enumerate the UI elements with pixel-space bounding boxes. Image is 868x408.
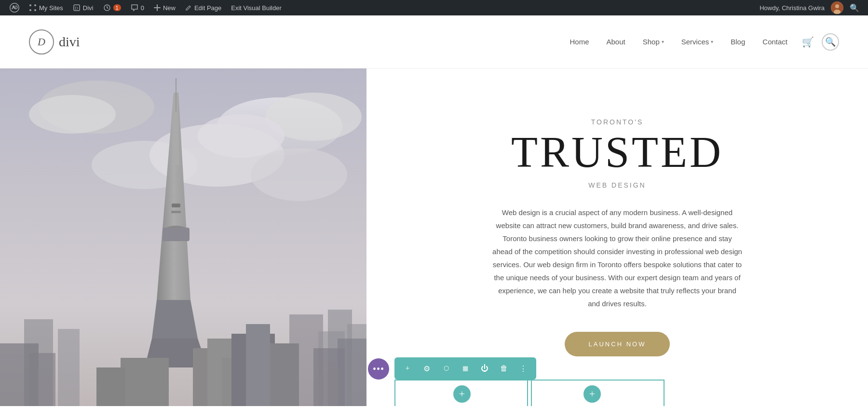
svg-text:D: D	[75, 6, 78, 11]
exit-visual-builder-link[interactable]: Exit Visual Builder	[226, 0, 286, 15]
edit-page-label: Edit Page	[194, 4, 221, 12]
exit-builder-label: Exit Visual Builder	[231, 4, 282, 12]
web-design-label: WEB DESIGN	[588, 181, 646, 189]
svg-rect-33	[163, 228, 190, 241]
launch-now-button[interactable]: LAUNCH NOW	[565, 332, 670, 356]
admin-bar: My Sites D Divi 1 0 New Edit Page Exit V…	[0, 0, 868, 15]
nav-services[interactable]: Services ▾	[675, 34, 720, 50]
my-sites-label: My Sites	[39, 4, 63, 12]
vb-settings-icon: ⚙	[423, 364, 430, 373]
edit-page-link[interactable]: Edit Page	[180, 0, 226, 15]
nav-home[interactable]: Home	[563, 34, 596, 50]
logo-letter: D	[38, 36, 45, 48]
visual-builder-dots-button[interactable]: •••	[368, 358, 389, 380]
comments-link[interactable]: 0	[126, 0, 149, 15]
hero-description: Web design is a crucial aspect of any mo…	[492, 206, 743, 310]
divi-link[interactable]: D Divi	[68, 0, 98, 15]
svg-rect-45	[171, 211, 181, 213]
dots-icon: •••	[373, 364, 384, 375]
main-nav: Home About Shop ▾ Services ▾ Blog Contac…	[563, 32, 839, 52]
vb-duplicate-icon: ⬡	[444, 365, 449, 372]
svg-rect-20	[58, 329, 80, 406]
svg-rect-43	[246, 324, 270, 406]
hero-text-container: TORONTO'S TRUSTED WEB DESIGN Web design …	[366, 68, 868, 406]
toronto-label: TORONTO'S	[591, 118, 644, 126]
vb-settings-button[interactable]: ⚙	[420, 361, 434, 376]
svg-rect-31	[176, 78, 176, 112]
vb-disable-button[interactable]: ⏻	[477, 361, 492, 376]
vb-add-button[interactable]: +	[400, 361, 415, 376]
site-logo[interactable]: D divi	[29, 29, 80, 54]
cart-icon[interactable]: 🛒	[798, 32, 818, 52]
divi-label: Divi	[83, 4, 94, 12]
my-sites-icon	[29, 4, 37, 12]
nav-blog[interactable]: Blog	[724, 34, 752, 50]
admin-search-icon[interactable]: 🔍	[846, 3, 863, 13]
divi-icon: D	[73, 4, 81, 12]
new-link[interactable]: New	[149, 0, 180, 15]
svg-rect-36	[121, 358, 169, 406]
nav-contact[interactable]: Contact	[756, 34, 794, 50]
svg-rect-42	[265, 343, 299, 406]
add-section-button-right[interactable]: +	[583, 385, 601, 403]
user-avatar[interactable]	[831, 1, 843, 14]
hero-title: TRUSTED	[511, 131, 723, 174]
vb-delete-icon: 🗑	[500, 364, 508, 373]
vb-columns-button[interactable]: ▦	[458, 361, 473, 376]
add-section-button-left[interactable]: +	[453, 385, 471, 403]
new-label: New	[163, 4, 176, 12]
nav-shop[interactable]: Shop ▾	[636, 34, 671, 50]
howdy-text: Howdy, Christina Gwira	[756, 0, 828, 15]
comments-icon	[131, 4, 138, 12]
logo-text: divi	[59, 34, 80, 50]
vb-delete-button[interactable]: 🗑	[497, 361, 511, 376]
hero-image	[0, 68, 366, 406]
services-chevron-icon: ▾	[711, 39, 713, 44]
svg-point-15	[29, 95, 116, 134]
nav-search-icon[interactable]: 🔍	[822, 33, 839, 51]
svg-point-0	[29, 4, 31, 6]
svg-marker-34	[152, 300, 198, 339]
vb-disable-icon: ⏻	[481, 364, 488, 373]
updates-icon	[103, 4, 111, 12]
svg-point-8	[835, 4, 839, 8]
svg-rect-39	[96, 367, 125, 406]
visual-builder-toolbar: + ⚙ ⬡ ▦ ⏻ 🗑 ⋮	[394, 357, 536, 380]
vb-more-icon: ⋮	[519, 364, 527, 373]
wordpress-logo-link[interactable]	[5, 0, 24, 15]
svg-point-3	[34, 9, 36, 11]
add-section-left-icon: +	[459, 388, 465, 400]
vb-more-button[interactable]: ⋮	[516, 361, 530, 376]
shop-chevron-icon: ▾	[662, 39, 664, 44]
svg-point-2	[29, 9, 31, 11]
vb-duplicate-button[interactable]: ⬡	[439, 361, 453, 376]
wordpress-icon	[10, 3, 19, 13]
nav-about[interactable]: About	[599, 34, 632, 50]
new-icon	[154, 4, 161, 11]
comments-count: 0	[141, 4, 144, 12]
admin-bar-right: Howdy, Christina Gwira 🔍	[756, 0, 863, 15]
avatar-image	[831, 1, 843, 14]
svg-point-18	[251, 148, 347, 201]
logo-circle: D	[29, 29, 54, 54]
cn-tower-svg	[0, 68, 366, 406]
svg-point-1	[34, 4, 36, 6]
edit-page-icon	[185, 4, 192, 11]
my-sites-link[interactable]: My Sites	[24, 0, 68, 15]
updates-count: 1	[113, 4, 121, 11]
vb-add-icon: +	[405, 364, 409, 373]
main-content: TORONTO'S TRUSTED WEB DESIGN Web design …	[0, 68, 868, 406]
updates-link[interactable]: 1	[98, 0, 126, 15]
svg-rect-28	[338, 339, 366, 406]
vb-columns-icon: ▦	[462, 365, 468, 372]
site-header: D divi Home About Shop ▾ Services ▾ Blog…	[0, 15, 868, 68]
hero-image-container	[0, 68, 366, 406]
add-section-right-icon: +	[589, 388, 595, 400]
svg-rect-26	[29, 353, 55, 406]
svg-rect-44	[172, 204, 180, 207]
